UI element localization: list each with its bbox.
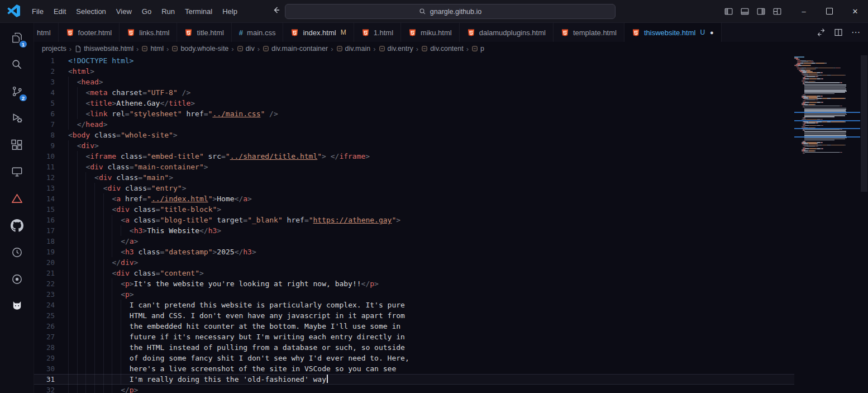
- line-number[interactable]: 12: [34, 172, 55, 183]
- line-number[interactable]: 18: [34, 236, 55, 247]
- code-line[interactable]: 16<a class="blog-title" target="_blank" …: [34, 215, 794, 225]
- back-icon[interactable]: [273, 6, 282, 17]
- code-line[interactable]: 11<div class="main-container">: [34, 162, 794, 172]
- code-line[interactable]: 25HTML and CSS. I don't even have any ja…: [34, 310, 794, 321]
- line-number[interactable]: 29: [34, 353, 55, 363]
- code-line[interactable]: 32</p>: [34, 385, 794, 393]
- code-line[interactable]: 13<div class="entry">: [34, 183, 794, 193]
- menu-selection[interactable]: Selection: [71, 4, 111, 18]
- code-line[interactable]: 21<div class="content">: [34, 268, 794, 278]
- scrollbar-thumb[interactable]: [861, 55, 867, 192]
- more-actions-icon[interactable]: ⋯: [851, 30, 860, 35]
- code-line[interactable]: 3<head>: [34, 77, 794, 87]
- line-number[interactable]: 23: [34, 289, 55, 300]
- line-number[interactable]: 32: [34, 385, 55, 393]
- breadcrumb-item[interactable]: div.content: [421, 45, 464, 53]
- activity-extensions[interactable]: [3, 131, 30, 158]
- minimap[interactable]: [794, 56, 860, 393]
- line-number[interactable]: 21: [34, 268, 55, 278]
- line-number[interactable]: 22: [34, 278, 55, 289]
- menu-file[interactable]: File: [27, 4, 49, 18]
- breadcrumb-item[interactable]: projects: [42, 45, 66, 53]
- activity-remote-explorer[interactable]: [3, 158, 30, 185]
- line-number[interactable]: 1: [34, 55, 55, 66]
- code-line[interactable]: 28the HTML instead of pulling from a dat…: [34, 342, 794, 353]
- activity-source-control[interactable]: 2: [3, 78, 30, 105]
- tab-footer.html[interactable]: footer.html: [59, 23, 120, 42]
- toggle-secondary-sidebar-icon[interactable]: [756, 7, 766, 16]
- code-line[interactable]: 23<p>: [34, 289, 794, 300]
- tab-main.css[interactable]: #main.css: [232, 23, 284, 42]
- breadcrumb-item[interactable]: thiswebsite.html: [74, 45, 133, 53]
- tab-title.html[interactable]: title.html: [177, 23, 231, 42]
- menu-go[interactable]: Go: [137, 4, 156, 18]
- code-line[interactable]: 27future if it's necessary but I'm writi…: [34, 332, 794, 342]
- code-line[interactable]: 15<div class="title-block">: [34, 204, 794, 215]
- line-number[interactable]: 5: [34, 98, 55, 108]
- code-line[interactable]: 31I'm really doing this the 'old-fashion…: [34, 374, 794, 385]
- tab-thiswebsite.html[interactable]: thiswebsite.htmlU●: [624, 23, 722, 42]
- toggle-panel-icon[interactable]: [740, 7, 750, 16]
- code-line[interactable]: 2<html>: [34, 66, 794, 77]
- line-number[interactable]: 17: [34, 225, 55, 236]
- line-number[interactable]: 28: [34, 342, 55, 353]
- line-number[interactable]: 14: [34, 193, 55, 204]
- code-line[interactable]: 5<title>Athene.Gay</title>: [34, 98, 794, 108]
- tab-miku.html[interactable]: miku.html: [401, 23, 460, 42]
- line-number[interactable]: 27: [34, 332, 55, 342]
- line-number[interactable]: 4: [34, 87, 55, 98]
- line-number[interactable]: 3: [34, 77, 55, 87]
- tab-links.html[interactable]: links.html: [120, 23, 177, 42]
- breadcrumb-item[interactable]: div: [237, 45, 255, 53]
- activity-explorer[interactable]: 1: [3, 24, 30, 51]
- code-line[interactable]: 6<link rel="stylesheet" href="../main.cs…: [34, 108, 794, 119]
- breadcrumb-item[interactable]: div.main: [336, 45, 371, 53]
- code-line[interactable]: 22<p>It's the website you're looking at …: [34, 278, 794, 289]
- line-number[interactable]: 7: [34, 119, 55, 130]
- minimize-button[interactable]: –: [791, 0, 817, 22]
- line-number[interactable]: 26: [34, 321, 55, 332]
- line-number[interactable]: 11: [34, 162, 55, 172]
- line-number[interactable]: 19: [34, 247, 55, 257]
- breadcrumb-item[interactable]: html: [141, 45, 164, 53]
- toggle-sidebar-icon[interactable]: [724, 7, 733, 16]
- code-line[interactable]: 12<div class="main">: [34, 172, 794, 183]
- breadcrumb-item[interactable]: div.main-container: [263, 45, 328, 53]
- code-line[interactable]: 1<!DOCTYPE html>: [34, 55, 794, 66]
- activity-circle-extension[interactable]: [3, 266, 30, 292]
- line-number[interactable]: 10: [34, 151, 55, 162]
- activity-search[interactable]: [3, 51, 30, 78]
- tab-1.html[interactable]: 1.html: [354, 23, 401, 42]
- tab-html[interactable]: html: [34, 23, 59, 42]
- line-number[interactable]: 13: [34, 183, 55, 193]
- breadcrumb-item[interactable]: p: [471, 45, 484, 53]
- split-editor-icon[interactable]: [834, 28, 843, 37]
- customize-layout-icon[interactable]: [772, 7, 782, 16]
- code-line[interactable]: 30here's a live screenshot of the site i…: [34, 363, 794, 374]
- line-number[interactable]: 16: [34, 215, 55, 225]
- menu-run[interactable]: Run: [156, 4, 180, 18]
- tab-index.html[interactable]: index.htmlM: [283, 23, 354, 42]
- menu-view[interactable]: View: [111, 4, 137, 18]
- editor[interactable]: 1<!DOCTYPE html>2<html>3<head>4<meta cha…: [34, 55, 868, 393]
- command-center[interactable]: gnargle.github.io: [285, 4, 616, 19]
- tab-dalamudplugins.html[interactable]: dalamudplugins.html: [460, 23, 554, 42]
- line-number[interactable]: 2: [34, 66, 55, 77]
- line-number[interactable]: 6: [34, 108, 55, 119]
- menu-edit[interactable]: Edit: [49, 4, 71, 18]
- code-line[interactable]: 18</a>: [34, 236, 794, 247]
- code-line[interactable]: 19<h3 class="datestamp">2025</h3>: [34, 247, 794, 257]
- code-line[interactable]: 14<a href="../index.html">Home</a>: [34, 193, 794, 204]
- code-line[interactable]: 17<h3>This Website</h3>: [34, 225, 794, 236]
- code-line[interactable]: 20</div>: [34, 257, 794, 268]
- code-line[interactable]: 8<body class="whole-site">: [34, 130, 794, 140]
- line-number[interactable]: 24: [34, 300, 55, 310]
- line-number[interactable]: 25: [34, 310, 55, 321]
- activity-triangle-extension[interactable]: [3, 185, 30, 212]
- code-line[interactable]: 26the embedded hit counter at the bottom…: [34, 321, 794, 332]
- line-number[interactable]: 15: [34, 204, 55, 215]
- activity-cat-extension[interactable]: [3, 292, 30, 319]
- activity-github[interactable]: [3, 212, 30, 239]
- line-number[interactable]: 8: [34, 130, 55, 140]
- line-number[interactable]: 30: [34, 363, 55, 374]
